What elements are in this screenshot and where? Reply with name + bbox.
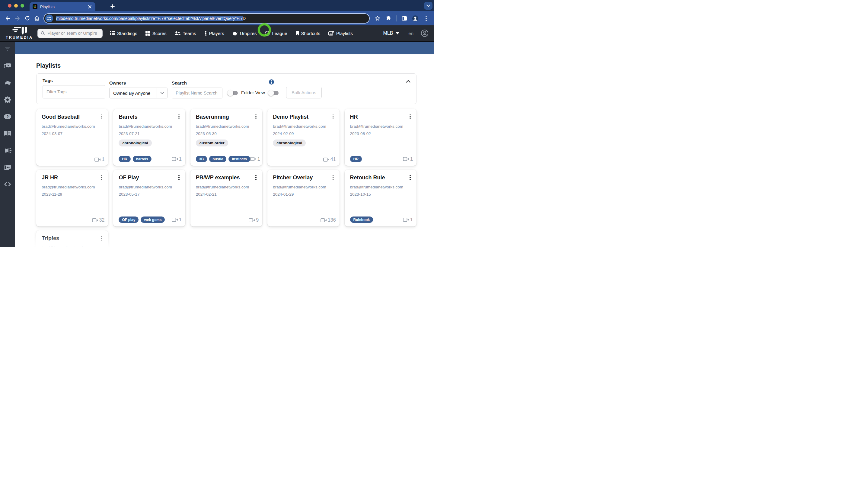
forward-icon[interactable] xyxy=(13,14,22,23)
playlist-card[interactable]: Demo Playlist brad@trumedianetworks.com … xyxy=(268,109,339,166)
video-count: 1 xyxy=(95,157,104,162)
browser-menu-kebab-icon[interactable] xyxy=(421,14,431,23)
docs-book-icon[interactable] xyxy=(4,130,12,137)
playlist-card[interactable]: Triples brad@trumedianetworks.com xyxy=(36,230,108,247)
search-filter-group: Search xyxy=(172,80,222,98)
settings-gear-icon[interactable] xyxy=(4,96,12,103)
side-panel-icon[interactable] xyxy=(400,14,409,23)
back-icon[interactable] xyxy=(3,14,13,23)
playlist-owner: brad@trumedianetworks.com xyxy=(350,185,411,189)
card-menu-kebab-icon[interactable] xyxy=(407,113,413,120)
home-icon[interactable] xyxy=(32,14,42,23)
nav-item-playlists[interactable]: Playlists xyxy=(328,31,353,36)
nav-item-league[interactable]: League xyxy=(265,31,287,36)
locale-label[interactable]: en xyxy=(408,31,413,36)
site-settings-icon[interactable] xyxy=(45,15,53,22)
card-footer: OF playweb gems 1 xyxy=(119,216,181,223)
playlist-card[interactable]: Good Baseball brad@trumedianetworks.com … xyxy=(36,109,108,166)
filter-tags-input[interactable] xyxy=(43,85,105,98)
card-footer: 136 xyxy=(273,217,336,223)
browser-tab[interactable]: Playlists xyxy=(29,2,95,11)
global-search[interactable] xyxy=(37,29,103,38)
playlist-card[interactable]: Barrels brad@trumedianetworks.com 2023-0… xyxy=(113,109,185,166)
nav-item-shortcuts[interactable]: Shortcuts xyxy=(295,31,320,36)
playlist-card[interactable]: HR brad@trumedianetworks.com 2023-08-02 … xyxy=(345,109,416,166)
filter-panel: Tags Owners Owned By Anyone Search xyxy=(36,73,416,104)
nav-item-umpires[interactable]: Umpires xyxy=(232,31,257,36)
card-menu-kebab-icon[interactable] xyxy=(176,174,182,181)
url-bar[interactable]: mlbdemo.trumedianetworks.com/baseball/pl… xyxy=(43,13,370,23)
bookmark-star-icon[interactable] xyxy=(373,14,382,23)
video-count-value: 32 xyxy=(99,217,105,223)
playlist-title: Demo Playlist xyxy=(273,114,334,120)
league-selector[interactable]: MLB xyxy=(383,31,399,36)
tag-pill: barrels xyxy=(133,156,152,162)
video-count-value: 1 xyxy=(102,157,104,162)
reload-icon[interactable] xyxy=(22,14,32,23)
announcements-megaphone-icon[interactable] xyxy=(4,147,12,154)
video-count: 1 xyxy=(250,156,260,162)
nav-item-scores[interactable]: Scores xyxy=(145,31,166,36)
extensions-icon[interactable] xyxy=(383,14,393,23)
collapse-panel-chevron-up-icon[interactable] xyxy=(405,78,411,84)
maximize-window-button[interactable] xyxy=(21,4,24,7)
trumedia-logo[interactable]: TRUMEDIA xyxy=(5,27,34,40)
account-icon[interactable] xyxy=(420,29,429,38)
tag-pill: hustle xyxy=(209,156,226,162)
video-count: 1 xyxy=(172,217,182,223)
video-playlist-icon[interactable] xyxy=(4,62,12,70)
sort-order-badge: custom order xyxy=(196,139,228,147)
bulk-select-toggle[interactable] xyxy=(268,90,279,96)
info-icon[interactable] xyxy=(269,79,274,84)
browser-profile-avatar[interactable] xyxy=(411,14,420,23)
playlist-owner: brad@trumedianetworks.com xyxy=(273,185,334,189)
new-tab-button[interactable] xyxy=(108,2,117,10)
tab-search-button[interactable] xyxy=(424,2,433,10)
folder-view-toggle[interactable] xyxy=(227,90,239,96)
card-menu-kebab-icon[interactable] xyxy=(176,113,182,120)
card-menu-kebab-icon[interactable] xyxy=(98,235,105,242)
toggle-knob xyxy=(227,90,233,96)
filter-icon[interactable] xyxy=(4,45,12,53)
global-search-input[interactable] xyxy=(47,31,99,36)
card-menu-kebab-icon[interactable] xyxy=(253,174,259,181)
nav-item-teams[interactable]: Teams xyxy=(174,31,196,36)
tag-row: OF playweb gems xyxy=(119,216,165,223)
card-menu-kebab-icon[interactable] xyxy=(330,113,336,120)
playlist-card[interactable]: PB/WP examples brad@trumedianetworks.com… xyxy=(191,170,262,226)
playlist-owner: brad@trumedianetworks.com xyxy=(196,185,257,189)
playlist-card[interactable]: Baserunning brad@trumedianetworks.com 20… xyxy=(191,109,262,166)
playlist-card[interactable]: Retouch Rule brad@trumedianetworks.com 2… xyxy=(345,170,416,226)
nav-item-players[interactable]: Players xyxy=(204,31,224,36)
tab-favicon-icon xyxy=(33,4,37,9)
code-icon[interactable] xyxy=(4,180,12,188)
card-menu-kebab-icon[interactable] xyxy=(98,113,105,120)
video-count-value: 1 xyxy=(410,217,413,223)
owners-select[interactable]: Owned By Anyone xyxy=(109,88,167,98)
tab-close-icon[interactable] xyxy=(87,4,92,10)
close-window-button[interactable] xyxy=(8,4,12,7)
playlist-name-search-input[interactable] xyxy=(172,88,222,98)
playlist-date: 2023-07-21 xyxy=(119,131,180,136)
card-footer: 41 xyxy=(273,157,336,162)
nav-label: Standings xyxy=(117,31,137,36)
playlist-card[interactable]: OF Play brad@trumedianetworks.com 2023-0… xyxy=(113,170,185,226)
players-icon xyxy=(204,31,207,36)
playlist-date: 2023-08-02 xyxy=(350,131,411,136)
card-menu-kebab-icon[interactable] xyxy=(407,174,413,181)
help-icon[interactable]: ? xyxy=(4,113,12,120)
video-count-value: 9 xyxy=(256,217,259,223)
nav-item-standings[interactable]: Standings xyxy=(110,31,137,36)
tags-icon[interactable] xyxy=(4,79,12,87)
bulk-actions-button[interactable]: Bulk Actions xyxy=(286,87,322,98)
playlist-date: 2023-11-29 xyxy=(42,192,103,196)
card-menu-kebab-icon[interactable] xyxy=(330,174,336,181)
playlist-card[interactable]: JR HR brad@trumedianetworks.com 2023-11-… xyxy=(36,170,108,226)
tag-pill: 3B xyxy=(196,156,207,162)
playlist-owner: brad@trumedianetworks.com xyxy=(119,185,180,189)
minimize-window-button[interactable] xyxy=(14,4,18,7)
card-menu-kebab-icon[interactable] xyxy=(98,174,105,181)
card-menu-kebab-icon[interactable] xyxy=(253,113,259,120)
media-gallery-icon[interactable] xyxy=(4,163,12,171)
playlist-card[interactable]: Pitcher Overlay brad@trumedianetworks.co… xyxy=(268,170,339,226)
